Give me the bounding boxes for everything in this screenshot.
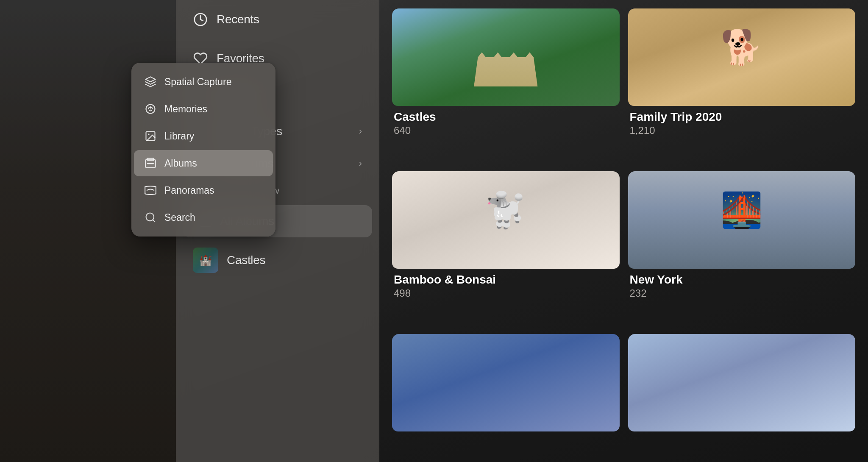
my-albums-chevron: › [359, 158, 362, 169]
album-card-new-york[interactable]: New York 232 [628, 171, 856, 326]
spatial-capture-label: Spatial Capture [164, 76, 232, 88]
memories-icon [144, 103, 157, 115]
search-menu-icon [144, 211, 157, 224]
svg-line-11 [153, 220, 155, 222]
new-york-photo [628, 171, 856, 269]
castles-count: 640 [394, 125, 618, 136]
family-trip-title: Family Trip 2020 [630, 110, 854, 124]
menu-item-spatial-capture[interactable]: Spatial Capture [134, 69, 273, 95]
recents-label: Recents [217, 13, 259, 26]
sidebar-album-castles[interactable]: Castles [176, 241, 379, 280]
menu-item-panoramas[interactable]: Panoramas [134, 177, 273, 203]
new-york-count: 232 [630, 287, 854, 299]
album-card-bamboo[interactable]: Bamboo & Bonsai 498 [392, 171, 620, 326]
menu-item-library[interactable]: Library [134, 123, 273, 149]
menu-item-search[interactable]: Search [134, 204, 273, 231]
album-card-ocean[interactable] [392, 334, 620, 454]
svg-rect-6 [147, 158, 154, 160]
recents-icon [193, 12, 208, 27]
menu-item-memories[interactable]: Memories [134, 96, 273, 122]
sidebar-item-recents[interactable]: Recents [176, 0, 379, 39]
albums-grid: Castles 640 Family Trip 2020 1,210 Bambo… [379, 0, 868, 462]
castles-title: Castles [394, 110, 618, 124]
album-card-clouds[interactable] [628, 334, 856, 454]
castles-thumb [193, 248, 218, 273]
floating-menu: Spatial Capture Memories Library [131, 63, 275, 237]
panoramas-label: Panoramas [164, 185, 214, 196]
family-trip-info: Family Trip 2020 1,210 [628, 106, 856, 141]
bamboo-photo [392, 171, 620, 269]
new-york-title: New York [630, 273, 854, 287]
menu-item-albums[interactable]: Albums [134, 150, 273, 176]
memories-label: Memories [164, 103, 207, 115]
bamboo-count: 498 [394, 287, 618, 299]
albums-label: Albums [164, 158, 197, 169]
svg-point-4 [148, 134, 150, 135]
family-trip-count: 1,210 [630, 125, 854, 136]
library-label: Library [164, 131, 194, 142]
svg-point-2 [150, 109, 151, 109]
album-card-family-trip[interactable]: Family Trip 2020 1,210 [628, 8, 856, 163]
spatial-capture-icon [144, 75, 157, 88]
library-icon [144, 130, 157, 142]
search-label: Search [164, 212, 195, 223]
castles-photo [392, 8, 620, 106]
clouds-photo [628, 334, 856, 431]
ocean-photo [392, 334, 620, 431]
album-card-castles[interactable]: Castles 640 [392, 8, 620, 163]
panoramas-icon [144, 184, 157, 197]
media-types-chevron: › [359, 126, 362, 137]
new-york-info: New York 232 [628, 269, 856, 303]
family-trip-photo [628, 8, 856, 106]
bamboo-title: Bamboo & Bonsai [394, 273, 618, 287]
albums-icon [144, 157, 157, 170]
bamboo-info: Bamboo & Bonsai 498 [392, 269, 620, 303]
castles-info: Castles 640 [392, 106, 620, 141]
castles-album-label: Castles [227, 253, 265, 267]
